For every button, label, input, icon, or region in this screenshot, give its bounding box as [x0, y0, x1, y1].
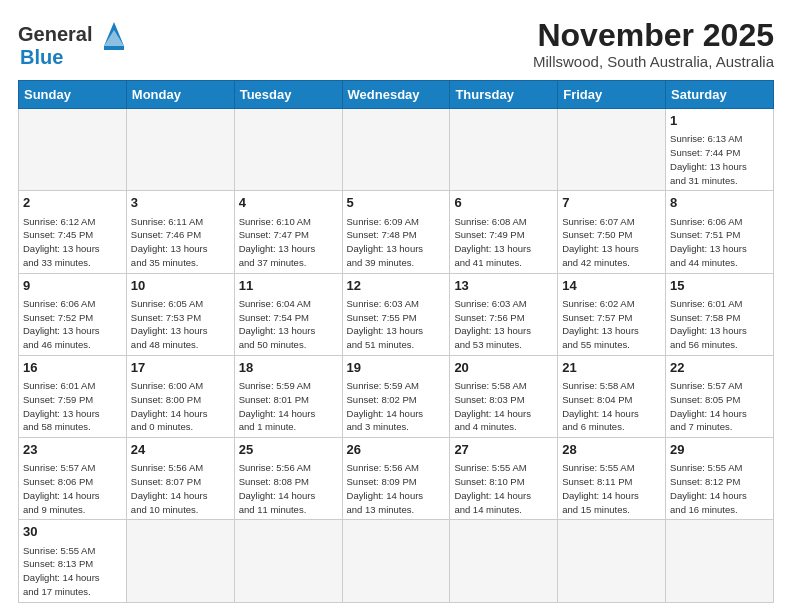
table-row: 3Sunrise: 6:11 AM Sunset: 7:46 PM Daylig… — [126, 191, 234, 273]
col-monday: Monday — [126, 81, 234, 109]
table-row: 14Sunrise: 6:02 AM Sunset: 7:57 PM Dayli… — [558, 273, 666, 355]
day-number: 4 — [239, 194, 338, 212]
day-number: 19 — [347, 359, 446, 377]
calendar-header-row: Sunday Monday Tuesday Wednesday Thursday… — [19, 81, 774, 109]
table-row: 30Sunrise: 5:55 AM Sunset: 8:13 PM Dayli… — [19, 520, 127, 602]
day-info: Sunrise: 5:56 AM Sunset: 8:07 PM Dayligh… — [131, 461, 230, 516]
table-row — [558, 520, 666, 602]
day-info: Sunrise: 6:03 AM Sunset: 7:56 PM Dayligh… — [454, 297, 553, 352]
day-info: Sunrise: 6:07 AM Sunset: 7:50 PM Dayligh… — [562, 215, 661, 270]
day-info: Sunrise: 6:01 AM Sunset: 7:59 PM Dayligh… — [23, 379, 122, 434]
day-info: Sunrise: 5:58 AM Sunset: 8:04 PM Dayligh… — [562, 379, 661, 434]
col-sunday: Sunday — [19, 81, 127, 109]
table-row — [126, 520, 234, 602]
day-number: 23 — [23, 441, 122, 459]
day-number: 3 — [131, 194, 230, 212]
day-info: Sunrise: 5:55 AM Sunset: 8:11 PM Dayligh… — [562, 461, 661, 516]
table-row: 26Sunrise: 5:56 AM Sunset: 8:09 PM Dayli… — [342, 438, 450, 520]
table-row — [234, 520, 342, 602]
table-row: 4Sunrise: 6:10 AM Sunset: 7:47 PM Daylig… — [234, 191, 342, 273]
day-info: Sunrise: 5:55 AM Sunset: 8:12 PM Dayligh… — [670, 461, 769, 516]
table-row: 22Sunrise: 5:57 AM Sunset: 8:05 PM Dayli… — [666, 355, 774, 437]
logo-bird-icon — [96, 18, 132, 50]
day-info: Sunrise: 5:58 AM Sunset: 8:03 PM Dayligh… — [454, 379, 553, 434]
day-number: 24 — [131, 441, 230, 459]
day-info: Sunrise: 6:13 AM Sunset: 7:44 PM Dayligh… — [670, 132, 769, 187]
col-tuesday: Tuesday — [234, 81, 342, 109]
table-row: 2Sunrise: 6:12 AM Sunset: 7:45 PM Daylig… — [19, 191, 127, 273]
day-info: Sunrise: 6:12 AM Sunset: 7:45 PM Dayligh… — [23, 215, 122, 270]
col-thursday: Thursday — [450, 81, 558, 109]
table-row: 27Sunrise: 5:55 AM Sunset: 8:10 PM Dayli… — [450, 438, 558, 520]
col-friday: Friday — [558, 81, 666, 109]
day-info: Sunrise: 6:08 AM Sunset: 7:49 PM Dayligh… — [454, 215, 553, 270]
table-row: 8Sunrise: 6:06 AM Sunset: 7:51 PM Daylig… — [666, 191, 774, 273]
day-info: Sunrise: 5:56 AM Sunset: 8:09 PM Dayligh… — [347, 461, 446, 516]
day-number: 7 — [562, 194, 661, 212]
calendar-week-row: 2Sunrise: 6:12 AM Sunset: 7:45 PM Daylig… — [19, 191, 774, 273]
day-number: 1 — [670, 112, 769, 130]
calendar-title: November 2025 — [533, 18, 774, 53]
logo-blue-text: Blue — [20, 46, 63, 68]
day-info: Sunrise: 6:06 AM Sunset: 7:52 PM Dayligh… — [23, 297, 122, 352]
day-info: Sunrise: 6:09 AM Sunset: 7:48 PM Dayligh… — [347, 215, 446, 270]
day-info: Sunrise: 5:56 AM Sunset: 8:08 PM Dayligh… — [239, 461, 338, 516]
table-row — [450, 520, 558, 602]
calendar-table: Sunday Monday Tuesday Wednesday Thursday… — [18, 80, 774, 603]
day-number: 21 — [562, 359, 661, 377]
table-row — [450, 109, 558, 191]
logo: General Blue — [18, 18, 132, 69]
day-number: 11 — [239, 277, 338, 295]
table-row: 12Sunrise: 6:03 AM Sunset: 7:55 PM Dayli… — [342, 273, 450, 355]
table-row: 1Sunrise: 6:13 AM Sunset: 7:44 PM Daylig… — [666, 109, 774, 191]
table-row: 13Sunrise: 6:03 AM Sunset: 7:56 PM Dayli… — [450, 273, 558, 355]
day-info: Sunrise: 5:59 AM Sunset: 8:01 PM Dayligh… — [239, 379, 338, 434]
day-info: Sunrise: 6:04 AM Sunset: 7:54 PM Dayligh… — [239, 297, 338, 352]
table-row: 10Sunrise: 6:05 AM Sunset: 7:53 PM Dayli… — [126, 273, 234, 355]
day-number: 2 — [23, 194, 122, 212]
day-number: 26 — [347, 441, 446, 459]
table-row: 21Sunrise: 5:58 AM Sunset: 8:04 PM Dayli… — [558, 355, 666, 437]
svg-rect-2 — [104, 46, 124, 50]
table-row: 11Sunrise: 6:04 AM Sunset: 7:54 PM Dayli… — [234, 273, 342, 355]
day-number: 12 — [347, 277, 446, 295]
table-row: 19Sunrise: 5:59 AM Sunset: 8:02 PM Dayli… — [342, 355, 450, 437]
day-number: 28 — [562, 441, 661, 459]
table-row: 6Sunrise: 6:08 AM Sunset: 7:49 PM Daylig… — [450, 191, 558, 273]
header: General Blue November 2025 Millswood, So… — [18, 18, 774, 70]
day-info: Sunrise: 6:00 AM Sunset: 8:00 PM Dayligh… — [131, 379, 230, 434]
table-row: 24Sunrise: 5:56 AM Sunset: 8:07 PM Dayli… — [126, 438, 234, 520]
day-number: 18 — [239, 359, 338, 377]
table-row: 15Sunrise: 6:01 AM Sunset: 7:58 PM Dayli… — [666, 273, 774, 355]
day-number: 22 — [670, 359, 769, 377]
svg-marker-1 — [104, 30, 124, 46]
day-number: 17 — [131, 359, 230, 377]
day-number: 5 — [347, 194, 446, 212]
day-info: Sunrise: 6:02 AM Sunset: 7:57 PM Dayligh… — [562, 297, 661, 352]
table-row — [342, 520, 450, 602]
day-info: Sunrise: 6:05 AM Sunset: 7:53 PM Dayligh… — [131, 297, 230, 352]
table-row: 23Sunrise: 5:57 AM Sunset: 8:06 PM Dayli… — [19, 438, 127, 520]
table-row: 29Sunrise: 5:55 AM Sunset: 8:12 PM Dayli… — [666, 438, 774, 520]
table-row — [666, 520, 774, 602]
col-saturday: Saturday — [666, 81, 774, 109]
table-row: 7Sunrise: 6:07 AM Sunset: 7:50 PM Daylig… — [558, 191, 666, 273]
day-info: Sunrise: 6:11 AM Sunset: 7:46 PM Dayligh… — [131, 215, 230, 270]
table-row — [234, 109, 342, 191]
day-number: 30 — [23, 523, 122, 541]
title-block: November 2025 Millswood, South Australia… — [533, 18, 774, 70]
table-row — [126, 109, 234, 191]
table-row: 18Sunrise: 5:59 AM Sunset: 8:01 PM Dayli… — [234, 355, 342, 437]
table-row: 17Sunrise: 6:00 AM Sunset: 8:00 PM Dayli… — [126, 355, 234, 437]
day-number: 16 — [23, 359, 122, 377]
day-number: 6 — [454, 194, 553, 212]
day-info: Sunrise: 5:55 AM Sunset: 8:13 PM Dayligh… — [23, 544, 122, 599]
day-info: Sunrise: 6:03 AM Sunset: 7:55 PM Dayligh… — [347, 297, 446, 352]
page: General Blue November 2025 Millswood, So… — [0, 0, 792, 612]
day-info: Sunrise: 6:01 AM Sunset: 7:58 PM Dayligh… — [670, 297, 769, 352]
day-number: 20 — [454, 359, 553, 377]
table-row: 9Sunrise: 6:06 AM Sunset: 7:52 PM Daylig… — [19, 273, 127, 355]
day-info: Sunrise: 6:06 AM Sunset: 7:51 PM Dayligh… — [670, 215, 769, 270]
calendar-subtitle: Millswood, South Australia, Australia — [533, 53, 774, 70]
table-row — [558, 109, 666, 191]
